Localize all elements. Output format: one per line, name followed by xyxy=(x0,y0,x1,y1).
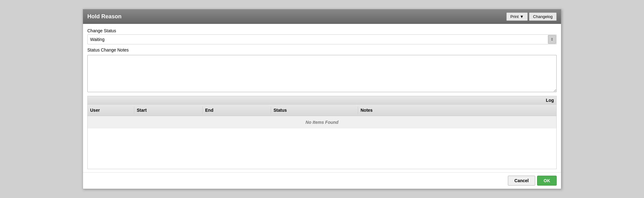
ok-button[interactable]: OK xyxy=(537,176,557,186)
print-button[interactable]: Print ▼ xyxy=(506,12,528,21)
col-status: Status xyxy=(271,106,358,114)
log-label: Log xyxy=(546,98,554,103)
log-section: Log User Start End Status Notes No Items… xyxy=(87,96,557,169)
log-header: Log xyxy=(88,96,556,105)
no-items-message: No Items Found xyxy=(306,120,338,125)
col-notes: Notes xyxy=(358,106,556,114)
status-select-wrapper: Waiting Active On Hold Closed ⇕ xyxy=(87,34,557,44)
cancel-button[interactable]: Cancel xyxy=(508,176,535,186)
col-user: User xyxy=(88,106,134,114)
col-start: Start xyxy=(134,106,203,114)
dialog-title: Hold Reason xyxy=(87,13,122,20)
dialog-header: Hold Reason Print ▼ Changelog xyxy=(83,9,561,24)
table-header: User Start End Status Notes xyxy=(88,105,556,116)
hold-reason-dialog: Hold Reason Print ▼ Changelog Change Sta… xyxy=(83,9,561,189)
changelog-button[interactable]: Changelog xyxy=(529,12,557,21)
header-buttons: Print ▼ Changelog xyxy=(506,12,557,21)
dialog-body: Change Status Waiting Active On Hold Clo… xyxy=(83,24,561,172)
table-empty-state: No Items Found xyxy=(88,116,556,128)
status-notes-textarea[interactable] xyxy=(87,55,557,92)
status-notes-label: Status Change Notes xyxy=(87,47,557,52)
col-end: End xyxy=(203,106,271,114)
status-select[interactable]: Waiting Active On Hold Closed xyxy=(87,34,557,44)
change-status-label: Change Status xyxy=(87,28,557,33)
dialog-footer: Cancel OK xyxy=(83,172,561,189)
